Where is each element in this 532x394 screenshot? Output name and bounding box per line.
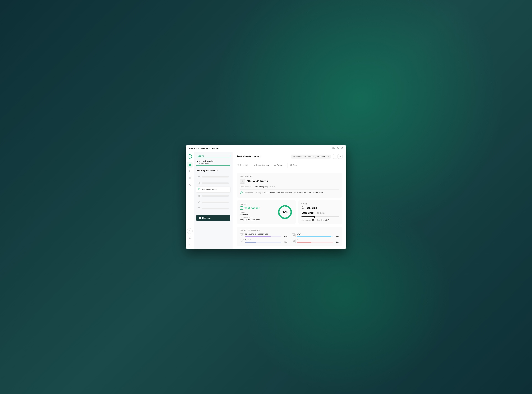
svg-point-5 (189, 171, 190, 171)
toolbar-dates[interactable]: Dates 1 (237, 163, 250, 167)
svg-point-18 (253, 164, 254, 165)
score-bar-inner (297, 236, 331, 237)
svg-rect-28 (293, 235, 294, 236)
svg-rect-25 (242, 235, 242, 236)
svg-rect-17 (237, 164, 239, 166)
svg-rect-1 (189, 164, 190, 165)
mail-icon (290, 164, 292, 166)
respondent-view-label: Respondent view (255, 164, 270, 166)
next-arrow[interactable]: > (338, 154, 342, 159)
nav-item-analytics[interactable] (196, 180, 230, 186)
sidebar-item-analytics[interactable] (187, 175, 192, 181)
toolbar-send[interactable]: Send (287, 163, 299, 167)
timer-bar (302, 216, 339, 217)
content-title: Test sheets review (237, 155, 289, 158)
sidebar-item-users[interactable] (187, 169, 192, 174)
print-icon[interactable]: 🖨 (341, 147, 344, 150)
result-timer-row: RESULT ✓ Test passed Grade Excellent Des… (237, 200, 342, 224)
sidebar-bottom: ? » (187, 228, 192, 247)
info-icon[interactable]: ⓘ (332, 147, 335, 150)
respondent-full-name: Olivia Williams (247, 179, 268, 183)
svg-rect-2 (190, 164, 191, 165)
svg-point-0 (188, 155, 192, 158)
toolbar-download[interactable]: Download (272, 163, 287, 167)
sidebar-item-more[interactable]: » (187, 242, 192, 247)
send-label: Send (293, 164, 297, 166)
prev-arrow[interactable]: < (333, 154, 337, 159)
score-grid: PRODUCTS & PROCEDURES 70% LAW 95% (240, 233, 339, 243)
svg-rect-13 (199, 182, 200, 184)
result-card: RESULT ✓ Test passed Grade Excellent Des… (237, 200, 296, 224)
score-bar-section: SALES 30% (245, 239, 287, 243)
right-content: Test sheets review Respondent Olivia Wil… (233, 152, 346, 249)
score-icon (292, 239, 296, 243)
main-layout: ? » ACTIVE Test configuration 100% compl… (186, 152, 346, 249)
donut-chart: 97% (277, 204, 293, 220)
timer-header: TIMER (302, 203, 339, 205)
nav-item-comment[interactable] (196, 206, 230, 212)
sidebar-item-help[interactable]: ? (187, 228, 192, 234)
score-bar-section: PRODUCTS & PROCEDURES 70% (245, 233, 287, 237)
result-status: ✓ Test passed (240, 206, 274, 210)
checklist-icon (198, 194, 201, 197)
config-section: Test configuration 100% completed (196, 160, 230, 166)
score-section: SCORE PER CATEGORY PRODUCTS & PROCEDURES… (237, 227, 342, 246)
score-row: LAW 95% (292, 233, 339, 237)
sidebar-item-dashboard[interactable] (187, 162, 192, 167)
window-title: Skills and knowledge assessment (188, 147, 332, 150)
score-pct: 40% (334, 241, 339, 243)
pie-icon (198, 201, 201, 204)
nav-item-checklist[interactable] (196, 193, 230, 199)
svg-rect-16 (198, 207, 200, 209)
score-bar-bg (297, 236, 333, 237)
score-bar-wrap: 40% (297, 241, 339, 243)
logo (188, 154, 192, 159)
score-row: SALES 30% (240, 239, 287, 243)
comment-icon (198, 207, 201, 210)
nav-placeholder-4 (202, 195, 229, 197)
eye-icon[interactable]: 👁 (337, 147, 339, 150)
email-value: o.williams@testportal.net (255, 186, 275, 188)
timer-separator: / (315, 212, 315, 214)
score-bar-wrap: 30% (245, 241, 287, 243)
respondent-selector[interactable]: Respondent Olivia Williams (o.williams@.… (291, 155, 331, 159)
timer-title: Total time (305, 206, 317, 209)
sidebar: ? » (186, 152, 194, 249)
score-bar-section: LAW 95% (297, 233, 339, 237)
svg-rect-12 (198, 183, 199, 184)
score-pct: 95% (334, 235, 339, 237)
svg-rect-35 (294, 240, 295, 242)
timer-time-row: 00:32:05 / 01:30:00 (302, 211, 339, 215)
svg-rect-29 (294, 234, 295, 236)
svg-point-9 (189, 184, 190, 185)
svg-rect-3 (189, 165, 190, 166)
result-check-icon: ✓ (240, 206, 243, 210)
sidebar-item-settings[interactable] (187, 182, 192, 187)
nav-item-test-sheets[interactable]: Test sheets review (196, 187, 230, 192)
timer-times: Start time 10:15 End time 10:47 (302, 219, 339, 221)
email-row: Email address o.williams@testportal.net (240, 186, 339, 188)
nav-item-pie[interactable] (196, 199, 230, 205)
end-time-item: End time 10:47 (317, 219, 330, 221)
progress-label: 100% completed (196, 163, 230, 165)
download-label: Download (277, 164, 285, 166)
svg-rect-4 (190, 165, 191, 166)
end-test-button[interactable]: End test (196, 215, 230, 221)
svg-rect-34 (293, 241, 294, 242)
svg-rect-26 (242, 234, 243, 236)
nav-placeholder-1 (202, 176, 229, 177)
score-cat-label: IT (297, 239, 339, 241)
svg-rect-6 (189, 178, 189, 179)
nav-item-groups[interactable] (196, 174, 230, 180)
consent-info: Consent on start page I agree with the T… (244, 191, 323, 194)
timer-icon (302, 206, 304, 210)
sidebar-item-logout[interactable] (187, 235, 192, 240)
toolbar-respondent-view[interactable]: Respondent view (250, 163, 272, 167)
respondent-name-row: Olivia Williams (240, 179, 339, 184)
active-badge: ACTIVE (196, 155, 230, 157)
results-title: Test progress & results (196, 170, 230, 172)
svg-rect-27 (293, 235, 293, 236)
timer-title-row: Total time (302, 206, 339, 210)
result-passed: Test passed (244, 207, 260, 210)
timer-total: 01:30:00 (317, 212, 325, 214)
